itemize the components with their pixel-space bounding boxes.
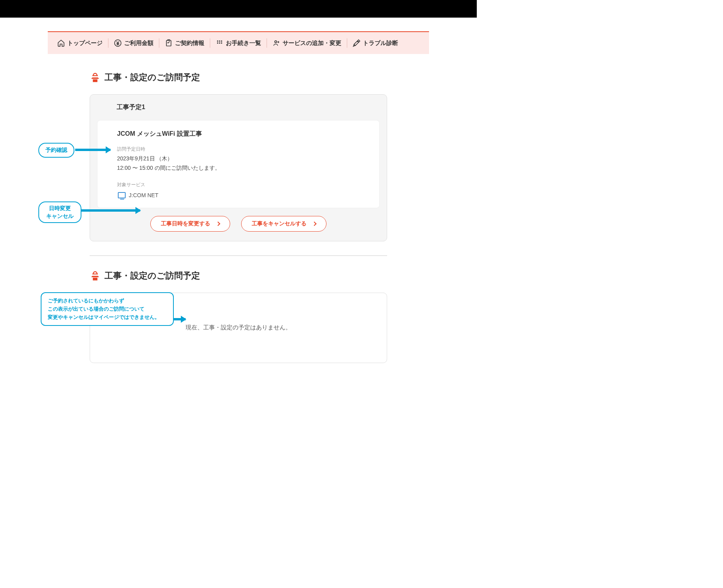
visit-time: 12:00 〜 15:00 の間にご訪問いたします。 <box>117 164 360 173</box>
annotation-text: ご予約されているにもかかわらず <box>48 297 160 305</box>
main-nav: トップページ ご利用金額 ご契約情報 お手続き一覧 サービスの追加・変更 トラブ… <box>48 31 429 54</box>
nav-label: トラブル診断 <box>363 40 398 47</box>
visit-label: 訪問予定日時 <box>117 146 360 153</box>
top-black-bar <box>0 0 477 18</box>
tools-icon <box>353 39 361 47</box>
svg-point-4 <box>221 40 222 41</box>
nav-label: ご利用金額 <box>124 40 153 47</box>
annotation-text: キャンセル <box>46 212 74 220</box>
annotation-bubble-confirm: 予約確認 <box>38 143 74 158</box>
section-title-1: 工事・設定のご訪問予定 <box>90 72 387 83</box>
schedule-heading: 工事予定1 <box>90 95 387 120</box>
yen-icon <box>114 39 122 47</box>
annotation-bubble-warning: ご予約されているにもかかわらず この表示が出ている場合のご訪問について 変更やキ… <box>41 292 174 326</box>
worker-icon <box>90 270 101 281</box>
section-title-2: 工事・設定のご訪問予定 <box>90 270 387 282</box>
nav-item-service[interactable]: サービスの追加・変更 <box>267 37 347 49</box>
annotation-text: 予約確認 <box>45 147 67 154</box>
cancel-job-button[interactable]: 工事をキャンセルする <box>241 216 326 232</box>
nav-item-contract[interactable]: ご契約情報 <box>159 37 210 49</box>
clipboard-icon <box>165 39 173 47</box>
empty-message: 現在、工事・設定の予定はありません。 <box>186 324 291 331</box>
nav-label: お手続き一覧 <box>226 40 261 47</box>
nav-item-trouble[interactable]: トラブル診断 <box>347 37 404 49</box>
annotation-arrow <box>81 209 140 212</box>
nav-item-top[interactable]: トップページ <box>52 37 108 49</box>
card-actions: 工事日時を変更する 工事をキャンセルする <box>90 208 387 241</box>
nav-item-procedures[interactable]: お手続き一覧 <box>210 37 267 49</box>
service-row: J:COM NET <box>117 190 360 198</box>
section-title-text: 工事・設定のご訪問予定 <box>105 270 200 282</box>
section-title-text: 工事・設定のご訪問予定 <box>105 72 200 83</box>
svg-point-2 <box>217 40 218 41</box>
button-label: 工事をキャンセルする <box>252 220 307 227</box>
job-title: JCOM メッシュWiFi 設置工事 <box>117 130 360 138</box>
visit-date: 2023年9月21日 （木） <box>117 154 360 164</box>
person-plus-icon <box>272 39 280 47</box>
schedule-card: 工事予定1 JCOM メッシュWiFi 設置工事 訪問予定日時 2023年9月2… <box>90 94 387 241</box>
service-label: 対象サービス <box>117 182 360 188</box>
change-date-button[interactable]: 工事日時を変更する <box>150 216 230 232</box>
nav-label: サービスの追加・変更 <box>283 40 341 47</box>
svg-point-7 <box>221 42 222 43</box>
schedule-body: JCOM メッシュWiFi 設置工事 訪問予定日時 2023年9月21日 （木）… <box>97 120 380 208</box>
svg-point-6 <box>219 42 220 43</box>
annotation-arrow <box>174 318 186 320</box>
annotation-text: 日時変更 <box>49 205 71 212</box>
chevron-right-icon <box>312 221 316 226</box>
nav-label: トップページ <box>67 40 103 47</box>
nav-label: ご契約情報 <box>175 40 204 47</box>
svg-point-5 <box>217 42 218 43</box>
annotation-bubble-change: 日時変更 キャンセル <box>38 201 81 223</box>
annotation-text: 変更やキャンセルはマイページではできません。 <box>48 313 160 322</box>
monitor-icon <box>118 192 126 198</box>
annotation-text: この表示が出ている場合のご訪問について <box>48 305 160 313</box>
chevron-right-icon <box>216 221 220 226</box>
nav-item-billing[interactable]: ご利用金額 <box>108 37 159 49</box>
annotation-arrow <box>75 149 110 151</box>
svg-point-3 <box>219 40 220 41</box>
svg-point-8 <box>275 41 277 43</box>
worker-icon <box>90 72 101 83</box>
svg-rect-1 <box>166 40 171 46</box>
service-name: J:COM NET <box>129 192 158 198</box>
button-label: 工事日時を変更する <box>161 220 210 227</box>
divider <box>90 255 387 256</box>
grid-icon <box>216 39 224 47</box>
home-icon <box>57 39 65 47</box>
